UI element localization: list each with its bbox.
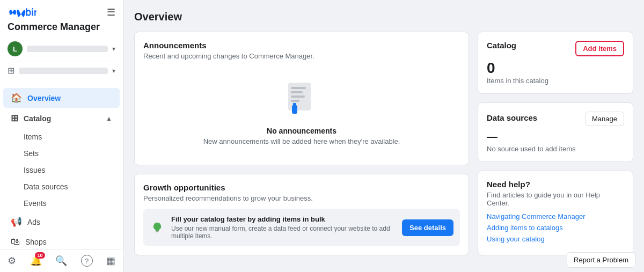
report-problem-button[interactable]: Report a Problem: [567, 252, 635, 268]
avatar: L: [8, 41, 23, 56]
panel-icon: ▦: [106, 255, 115, 266]
announcements-card: Announcements Recent and upcoming change…: [134, 32, 469, 165]
manage-button[interactable]: Manage: [585, 112, 624, 126]
events-label: Events: [24, 199, 47, 208]
sidebar-item-sets[interactable]: Sets: [3, 145, 120, 161]
data-sources-card: Data sources Manage — No source used to …: [478, 102, 633, 162]
left-column: Announcements Recent and upcoming change…: [134, 32, 469, 255]
sidebar-overview-label: Overview: [27, 94, 112, 102]
sets-label: Sets: [24, 149, 39, 158]
sidebar-item-issues[interactable]: Issues: [3, 162, 120, 178]
help-link-1[interactable]: Adding items to catalogs: [487, 224, 624, 232]
grid-icon: ⊞: [8, 65, 14, 76]
catalog-count-desc: Items in this catalog: [487, 77, 624, 85]
svg-rect-4: [291, 100, 299, 102]
catalog-sub-items: Items Sets Issues Data sources Events: [0, 129, 123, 211]
sidebar: ☰ Commerce Manager L ▾ ⊞ ▾ 🏠 Overview ⊞ …: [0, 0, 123, 272]
bulb-icon: [150, 220, 165, 235]
sidebar-item-catalog[interactable]: ⊞ Catalog ▲: [3, 108, 120, 128]
data-sources-label: Data sources: [24, 182, 68, 191]
footer-settings-icon[interactable]: ⚙: [8, 255, 16, 267]
announcements-empty-state: No announcements New announcements will …: [143, 67, 460, 156]
issues-label: Issues: [24, 166, 45, 174]
data-sources-header: Data sources Manage: [487, 112, 624, 126]
question-icon: ?: [85, 257, 89, 265]
ads-icon: 📢: [11, 216, 22, 227]
sidebar-shops-label: Shops: [25, 238, 112, 246]
catalog-selector[interactable]: ⊞ ▾: [8, 62, 115, 79]
svg-rect-2: [291, 91, 303, 93]
sidebar-item-items[interactable]: Items: [3, 129, 120, 145]
sidebar-catalog-label: Catalog: [24, 114, 51, 123]
help-card: Need help? Find articles to guide you in…: [478, 171, 633, 255]
growth-title: Growth opportunities: [143, 183, 460, 192]
sidebar-item-data-sources[interactable]: Data sources: [3, 179, 120, 195]
see-details-button[interactable]: See details: [402, 219, 453, 236]
catalog-name-display: [19, 68, 108, 74]
catalog-card: Catalog Add items 0 Items in this catalo…: [478, 32, 633, 94]
main-content: Overview Announcements Recent and upcomi…: [123, 0, 644, 272]
announcements-subtitle: Recent and upcoming changes to Commerce …: [143, 52, 460, 60]
account-chevron-icon: ▾: [112, 45, 115, 53]
svg-rect-9: [156, 232, 158, 233]
svg-rect-8: [156, 231, 159, 232]
commerce-manager-title: Commerce Manager: [8, 21, 115, 33]
growth-item-title: Fill your catalog faster by adding items…: [171, 215, 396, 223]
svg-rect-1: [291, 87, 306, 89]
sidebar-item-events[interactable]: Events: [3, 195, 120, 211]
no-announcements-illustration: [280, 77, 323, 120]
account-name: [27, 46, 108, 52]
svg-rect-5: [292, 105, 297, 114]
help-desc: Find articles to guide you in our Help C…: [487, 191, 624, 207]
help-title: Need help?: [487, 180, 624, 189]
add-items-button[interactable]: Add items: [575, 41, 624, 56]
right-column: Catalog Add items 0 Items in this catalo…: [478, 32, 633, 255]
account-selector[interactable]: L ▾: [8, 38, 115, 60]
catalog-card-title: Catalog: [487, 41, 516, 50]
no-announcements-title: No announcements: [267, 127, 336, 135]
notification-count: 10: [35, 252, 45, 259]
catalog-icon: ⊞: [11, 113, 18, 124]
catalog-expand-icon: ▲: [106, 115, 112, 122]
home-icon: 🏠: [11, 92, 22, 104]
data-sources-title: Data sources: [487, 113, 537, 122]
footer-panel-icon[interactable]: ▦: [106, 255, 115, 267]
footer-help-icon[interactable]: ?: [81, 255, 93, 267]
growth-card: Growth opportunities Personalized recomm…: [134, 174, 469, 255]
footer-search-icon[interactable]: 🔍: [55, 255, 67, 267]
sidebar-header: ☰ Commerce Manager L ▾ ⊞ ▾: [0, 0, 123, 83]
sidebar-nav: 🏠 Overview ⊞ Catalog ▲ Items Sets Issues…: [0, 83, 123, 249]
growth-subtitle: Personalized recommendations to grow you…: [143, 194, 460, 202]
meta-logo-row: ☰: [8, 6, 115, 18]
sidebar-item-shops[interactable]: 🛍 Shops: [3, 232, 120, 249]
catalog-chevron-icon: ▾: [112, 67, 115, 75]
catalog-item-count: 0: [487, 60, 624, 77]
sidebar-ads-label: Ads: [27, 218, 112, 226]
svg-rect-6: [293, 103, 296, 106]
footer-notifications-icon[interactable]: 🔔 10: [30, 255, 42, 267]
report-problem-bar: Report a Problem: [558, 248, 644, 272]
sidebar-item-overview[interactable]: 🏠 Overview: [3, 88, 120, 108]
gear-icon: ⚙: [8, 255, 16, 266]
sidebar-item-ads[interactable]: 📢 Ads: [3, 212, 120, 232]
content-grid: Announcements Recent and upcoming change…: [134, 32, 633, 255]
help-link-2[interactable]: Using your catalog: [487, 235, 624, 243]
data-sources-desc: No source used to add items: [487, 145, 624, 153]
sidebar-footer: ⚙ 🔔 10 🔍 ? ▦: [0, 249, 123, 272]
shops-icon: 🛍: [11, 237, 20, 247]
growth-item-text: Fill your catalog faster by adding items…: [171, 215, 396, 240]
catalog-card-header: Catalog Add items: [487, 41, 624, 56]
data-sources-dash: —: [487, 130, 624, 143]
no-announcements-desc: New announcements will be added here whe…: [203, 137, 400, 145]
help-link-0[interactable]: Navigating Commerce Manager: [487, 212, 624, 220]
growth-item-desc: Use our new manual form, create a data f…: [171, 225, 396, 240]
search-icon: 🔍: [55, 255, 67, 266]
meta-logo: [8, 8, 36, 17]
svg-rect-3: [291, 95, 305, 98]
announcements-title: Announcements: [143, 41, 460, 50]
hamburger-menu[interactable]: ☰: [107, 6, 115, 18]
page-title: Overview: [134, 11, 633, 23]
growth-item: Fill your catalog faster by adding items…: [143, 209, 460, 246]
items-label: Items: [24, 133, 42, 141]
